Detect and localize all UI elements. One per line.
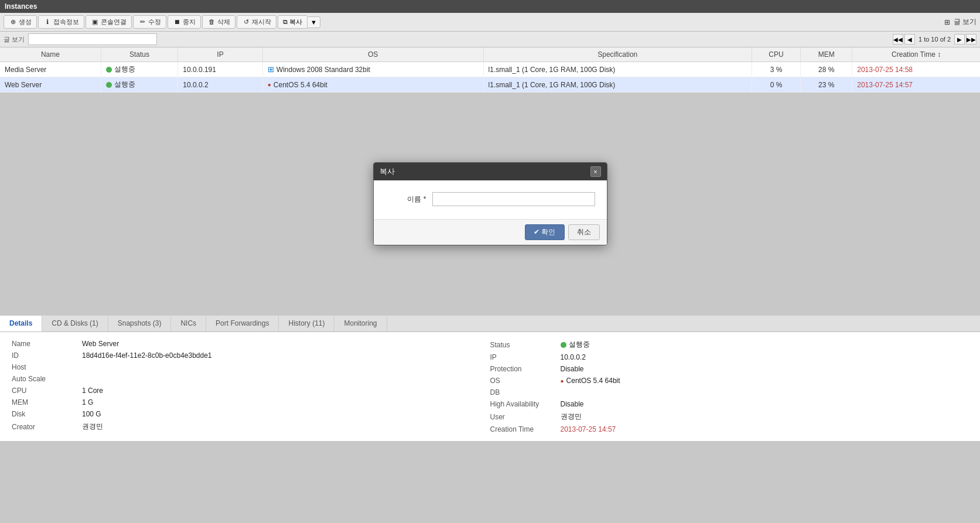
filter-label: 글 보기 [954,17,976,27]
copy-icon: ⧉ [283,18,288,25]
edit-icon: ✏ [138,18,146,26]
console-connect-button[interactable]: ▣ 콘솔연결 [86,15,132,29]
create-button[interactable]: ⊕ 생성 [4,15,37,29]
cell-creation-time: 2013-07-25 14:57 [852,77,980,93]
detail-row: CPU1 Core [12,385,490,396]
modal-overlay: 복사 × 이름 * ✔ 확인 취소 [0,93,980,315]
detail-label: Name [12,340,82,348]
copy-button[interactable]: ⧉ 복사 [278,15,307,29]
detail-value: 18d4d16e-f4ef-11e2-8c0b-e0cb4e3bdde1 [82,351,212,360]
tab-monitoring[interactable]: Monitoring [334,316,387,331]
viewbar: 글 보기 ◀◀ ◀ 1 to 10 of 2 ▶ ▶▶ [0,32,980,47]
restart-button[interactable]: ↺ 재시작 [237,15,276,29]
status-running: 설행중 [106,64,135,74]
cell-status: 설행중 [101,77,177,93]
detail-label: User [490,413,561,421]
detail-label: High Availability [490,400,561,408]
status-dot [106,67,112,73]
detail-label: OS [490,377,561,385]
chevron-down-icon: ▼ [310,19,317,26]
edit-button[interactable]: ✏ 수정 [133,15,166,29]
delete-button[interactable]: 🗑 삭제 [202,15,235,29]
centos-icon: CentOS 5.4 64bit [268,81,327,89]
view-label: 글 보기 [4,35,25,44]
detail-row: Disk100 G [12,408,490,420]
detail-label: ID [12,351,82,360]
copy-dropdown-arrow[interactable]: ▼ [307,16,320,28]
col-cpu: CPU [752,47,800,62]
cell-name: Media Server [0,62,101,77]
detail-row: ID18d4d16e-f4ef-11e2-8c0b-e0cb4e3bdde1 [12,350,490,361]
tab-details[interactable]: Details [0,316,42,331]
detail-value: 1 G [82,398,93,406]
detail-row: Creation Time2013-07-25 14:57 [490,423,969,435]
filter-input[interactable] [28,33,157,45]
pagination: ◀◀ ◀ 1 to 10 of 2 ▶ ▶▶ [893,34,976,45]
tab-port-forwardings[interactable]: Port Forwardings [206,316,279,331]
instances-table: Name Status IP OS Specification CPU MEM … [0,47,980,93]
detail-row: High AvailabilityDisable [490,398,969,410]
bottom-panel: DetailsCD & Disks (1)Snapshots (3)NICsPo… [0,315,980,441]
console-connect-label: 콘솔연결 [101,18,127,26]
refresh-icon: ↺ [242,18,250,26]
cancel-button[interactable]: 취소 [568,224,600,240]
cell-os: Windows 2008 Standard 32bit [262,62,483,77]
modal-close-button[interactable]: × [590,166,601,177]
detail-label: IP [490,353,561,361]
terminal-icon: ▣ [91,18,99,26]
tab-cd-disks[interactable]: CD & Disks (1) [42,316,108,331]
cell-name: Web Server [0,77,101,93]
detail-label: DB [490,388,561,396]
access-info-label: 접속정보 [53,18,79,26]
toolbar: ⊕ 생성 ℹ 접속정보 ▣ 콘솔연결 ✏ 수정 ⏹ 중지 🗑 삭제 ↺ 재시작 … [0,13,980,32]
trash-icon: 🗑 [207,18,216,26]
status-dot [106,82,112,88]
cell-os: CentOS 5.4 64bit [262,77,483,93]
detail-label: Protection [490,365,561,373]
os-icon: CentOS 5.4 64bit [561,377,620,385]
restart-label: 재시작 [252,18,271,26]
detail-row: ProtectionDisable [490,363,969,375]
details-right-column: Status설행중IP10.0.0.2ProtectionDisableOS C… [490,338,969,435]
col-creation-time[interactable]: Creation Time ↕ [852,47,980,62]
name-form-row: 이름 * [385,192,595,206]
table-row[interactable]: Web Server설행중10.0.0.2 CentOS 5.4 64bitl1… [0,77,980,93]
details-left-column: NameWeb ServerID18d4d16e-f4ef-11e2-8c0b-… [12,338,490,435]
name-label: 이름 * [385,194,432,204]
detail-row: OS CentOS 5.4 64bit [490,375,969,387]
stop-button[interactable]: ⏹ 중지 [168,15,201,29]
detail-row: Auto Scale [12,373,490,385]
access-info-button[interactable]: ℹ 접속정보 [38,15,84,29]
status-dot [561,342,566,348]
detail-row: MEM1 G [12,396,490,408]
create-label: 생성 [19,18,32,26]
plus-icon: ⊕ [9,18,17,26]
stop-label: 중지 [183,18,196,26]
info-icon: ℹ [43,18,52,26]
cell-specification: l1.small_1 (1 Core, 1G RAM, 100G Disk) [483,77,752,93]
detail-value: 권경민 [561,412,582,422]
prev-page-button[interactable]: ◀ [904,34,915,45]
tabs-bar: DetailsCD & Disks (1)Snapshots (3)NICsPo… [0,316,980,332]
detail-value: 10.0.0.2 [561,353,586,361]
name-input[interactable] [432,192,595,206]
last-page-button[interactable]: ▶▶ [966,34,976,45]
stop-icon: ⏹ [173,18,181,26]
cell-cpu: 3 % [752,62,800,77]
detail-value: 1 Core [82,387,103,395]
detail-label: Creation Time [490,425,561,433]
detail-label: CPU [12,387,82,395]
copy-dropdown: ⧉ 복사 ▼ [278,15,320,29]
cell-mem: 28 % [801,62,852,77]
detail-value: 2013-07-25 14:57 [561,425,616,433]
first-page-button[interactable]: ◀◀ [893,34,903,45]
cell-cpu: 0 % [752,77,800,93]
confirm-button[interactable]: ✔ 확인 [525,224,564,240]
tab-snapshots[interactable]: Snapshots (3) [108,316,172,331]
tab-nics[interactable]: NICs [171,316,206,331]
next-page-button[interactable]: ▶ [954,34,965,45]
table-row[interactable]: Media Server설행중10.0.0.191 Windows 2008 S… [0,62,980,77]
tab-history[interactable]: History (11) [279,316,334,331]
detail-label: Status [490,341,561,349]
detail-label: Creator [12,423,82,431]
